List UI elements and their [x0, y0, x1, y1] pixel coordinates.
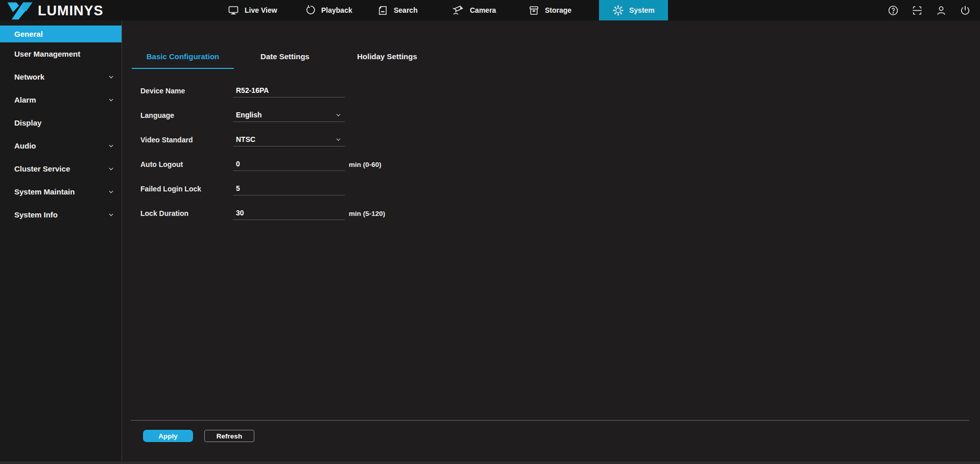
- form-row: Device Name R52-16PA: [140, 79, 385, 103]
- nav-label: Storage: [545, 6, 571, 14]
- sidebar-item-user-management[interactable]: User Management: [0, 42, 122, 65]
- form-row: Video Standard NTSC: [140, 128, 385, 152]
- nav-label: Search: [394, 6, 418, 14]
- nav-camera[interactable]: Camera: [451, 0, 496, 20]
- help-button[interactable]: [888, 5, 899, 16]
- archive-box-icon: [528, 5, 540, 16]
- video-standard-select[interactable]: NTSC: [233, 133, 345, 146]
- language-label: Language: [140, 111, 233, 119]
- fullscreen-button[interactable]: [912, 5, 923, 16]
- sidebar-item-system-info[interactable]: System Info: [0, 203, 122, 226]
- failed-login-lock-input[interactable]: 5: [233, 182, 345, 196]
- form-row: Language English: [140, 103, 385, 128]
- refresh-button[interactable]: Refresh: [204, 430, 254, 442]
- video-standard-label: Video Standard: [140, 136, 233, 144]
- sidebar-item-display[interactable]: Display: [0, 111, 122, 134]
- device-name-value: R52-16PA: [236, 86, 269, 94]
- sidebar-item-system-maintain[interactable]: System Maintain: [0, 180, 122, 203]
- sidebar-item-network[interactable]: Network: [0, 65, 122, 88]
- tab-holiday-settings[interactable]: Holiday Settings: [336, 45, 438, 69]
- user-icon: [936, 5, 947, 16]
- chevron-down-icon: [335, 136, 342, 143]
- chevron-down-icon: [335, 112, 342, 118]
- sidebar-item-label: System Maintain: [14, 187, 75, 196]
- rotate-ccw-icon: [305, 5, 316, 16]
- sidebar-item-alarm[interactable]: Alarm: [0, 88, 122, 111]
- device-name-label: Device Name: [140, 87, 233, 95]
- nav-label: Playback: [321, 6, 352, 14]
- tab-label: Holiday Settings: [357, 52, 417, 61]
- brand-logo: LUMINYS: [5, 1, 104, 21]
- tab-date-settings[interactable]: Date Settings: [234, 45, 336, 69]
- device-name-input[interactable]: R52-16PA: [233, 84, 345, 97]
- monitor-icon: [227, 4, 240, 16]
- basic-configuration-form: Device Name R52-16PA Language English Vi…: [140, 79, 385, 226]
- form-row: Lock Duration 30 min (5-120): [140, 201, 385, 226]
- chevron-down-icon: [108, 165, 114, 172]
- file-icon: [377, 5, 389, 16]
- sidebar-item-label: Alarm: [14, 95, 36, 104]
- sidebar-item-label: Network: [14, 72, 44, 81]
- sidebar-item-label: User Management: [14, 50, 80, 58]
- sidebar-item-audio[interactable]: Audio: [0, 134, 122, 157]
- sidebar-item-label: Audio: [14, 141, 36, 150]
- top-bar: LUMINYS Live View Playback: [0, 0, 980, 20]
- luminys-logo-mark-icon: [5, 1, 35, 20]
- brand-name: LUMINYS: [38, 1, 104, 21]
- sidebar-item-label: General: [14, 30, 43, 38]
- chevron-down-icon: [108, 188, 114, 195]
- nav-storage[interactable]: Storage: [528, 0, 571, 20]
- failed-login-lock-label: Failed Login Lock: [140, 185, 233, 193]
- topbar-utility-icons: [888, 0, 971, 20]
- chevron-down-icon: [108, 74, 114, 80]
- main-content: Basic Configuration Date Settings Holida…: [123, 20, 980, 464]
- bottom-edge-strip: [0, 461, 980, 464]
- scan-fullscreen-icon: [912, 5, 923, 16]
- nav-live-view[interactable]: Live View: [227, 0, 277, 20]
- nav-label: Live View: [245, 6, 277, 14]
- help-circle-icon: [888, 5, 899, 16]
- lock-duration-input[interactable]: 30: [233, 207, 345, 220]
- chevron-down-icon: [108, 96, 114, 103]
- nav-playback[interactable]: Playback: [305, 0, 352, 20]
- sidebar-item-label: Cluster Service: [14, 164, 70, 173]
- sidebar: General User Management Network Alarm Di…: [0, 20, 122, 461]
- auto-logout-value: 0: [236, 160, 240, 168]
- failed-login-lock-value: 5: [236, 184, 240, 192]
- nav-label: Camera: [470, 6, 496, 14]
- power-icon: [960, 5, 971, 16]
- language-value: English: [236, 111, 262, 119]
- form-row: Failed Login Lock 5: [140, 177, 385, 201]
- lock-duration-label: Lock Duration: [140, 209, 233, 217]
- sidebar-item-cluster-service[interactable]: Cluster Service: [0, 157, 122, 180]
- nav-system[interactable]: System: [599, 0, 668, 20]
- tab-label: Date Settings: [260, 52, 309, 61]
- lock-duration-value: 30: [236, 209, 244, 217]
- video-standard-value: NTSC: [236, 135, 255, 143]
- chevron-down-icon: [108, 211, 114, 218]
- chevron-down-icon: [108, 142, 114, 149]
- lock-duration-unit-hint: min (5-120): [349, 210, 385, 217]
- tab-label: Basic Configuration: [147, 52, 220, 61]
- tab-bar: Basic Configuration Date Settings Holida…: [132, 45, 438, 69]
- auto-logout-input[interactable]: 0: [233, 158, 345, 171]
- language-select[interactable]: English: [233, 109, 345, 122]
- power-button[interactable]: [960, 5, 971, 16]
- user-account-button[interactable]: [936, 5, 947, 16]
- sidebar-item-general[interactable]: General: [0, 26, 122, 42]
- nav-label: System: [629, 6, 655, 14]
- form-row: Auto Logout 0 min (0-60): [140, 152, 385, 177]
- app-window: LUMINYS Live View Playback: [0, 0, 980, 464]
- sidebar-item-label: System Info: [14, 210, 58, 219]
- auto-logout-label: Auto Logout: [140, 160, 233, 168]
- apply-button[interactable]: Apply: [143, 430, 193, 442]
- gear-icon: [612, 5, 624, 16]
- footer-divider: [131, 420, 969, 421]
- nav-search[interactable]: Search: [377, 0, 418, 20]
- sidebar-item-label: Display: [14, 118, 41, 127]
- cctv-camera-icon: [451, 4, 465, 16]
- tab-basic-configuration[interactable]: Basic Configuration: [132, 45, 234, 69]
- auto-logout-unit-hint: min (0-60): [349, 161, 381, 168]
